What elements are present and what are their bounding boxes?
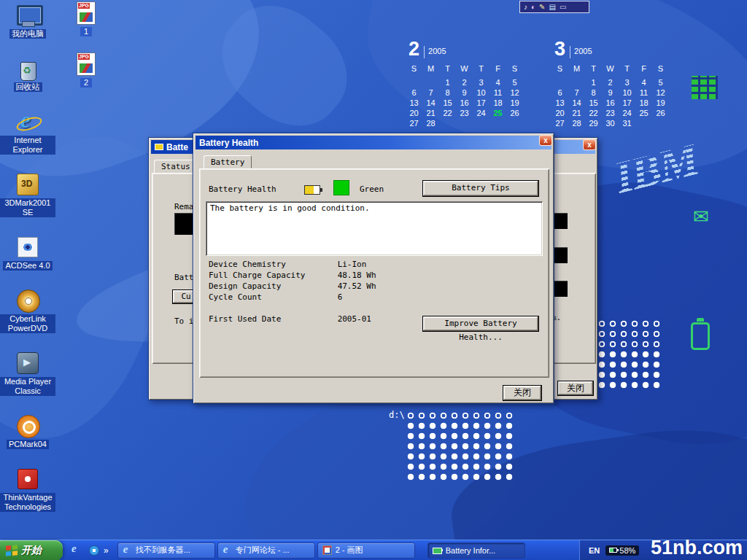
calendar-day	[551, 77, 568, 88]
taskbar-button-label: Battery Infor...	[446, 546, 495, 555]
desktop-icon[interactable]: PCMark04	[0, 413, 55, 449]
desktop-icon-label: Media Player Classic	[0, 377, 55, 396]
calendar-day: 27	[551, 118, 568, 128]
calendar-day: 19	[652, 98, 669, 108]
desktop-icon-label: CyberLink PowerDVD	[0, 314, 55, 333]
calendar-day: 1	[439, 77, 456, 88]
health-status-swatch	[333, 180, 349, 195]
desktop-icon-image	[15, 288, 40, 313]
calendar-day: 17	[619, 98, 635, 108]
desktop-icon[interactable]: Internet Explorer	[0, 109, 55, 155]
window-title: Batte	[166, 142, 188, 152]
windows-logo-icon	[6, 545, 18, 556]
grid-deco-icon	[692, 76, 718, 99]
desktop-file-icon[interactable]: JPG 1	[77, 1, 96, 36]
tab-battery[interactable]: Battery	[204, 155, 252, 168]
ibm-logo: IBM	[610, 136, 702, 201]
desktop-icon[interactable]: 我的电脑	[0, 3, 55, 39]
taskbar-button-label: 专门网论坛 - ...	[236, 545, 290, 556]
calendar-day: 24	[473, 108, 489, 118]
field-value: 47.52 Wh	[338, 281, 376, 291]
calendar-day: 2	[602, 77, 619, 88]
calendar-year: 2005	[424, 46, 446, 58]
taskbar-window-button[interactable]: 找不到服务器...	[117, 542, 215, 559]
calendar-day: 28	[422, 118, 439, 128]
calendar-day: 4	[635, 77, 652, 88]
toolbar-icon[interactable]	[549, 4, 555, 11]
calendar-march: 3 2005 SMTWTFS 1234567891011121314151617…	[551, 39, 671, 128]
calendar-day-header: F	[489, 63, 506, 74]
battery-tips-button[interactable]: Battery Tips	[422, 180, 539, 197]
desktop-icon-label: PCMark04	[7, 440, 49, 449]
desktop-icon-label: 回收站	[14, 82, 42, 92]
quick-launch-icon[interactable]	[88, 544, 101, 557]
calendar-day: 13	[551, 98, 568, 108]
desktop-icon[interactable]: ThinkVantage Technologies	[0, 467, 55, 512]
language-indicator[interactable]: EN	[589, 546, 600, 555]
desktop-icon-label: 我的电脑	[9, 29, 46, 39]
quick-launch-icon[interactable]	[70, 544, 83, 557]
calendar-day-header: S	[506, 63, 523, 74]
calendar-day-header: T	[619, 63, 635, 74]
desktop-file-icons: JPG 1 JPG 2	[70, 1, 102, 88]
desktop-icon[interactable]: ACDSee 4.0	[0, 235, 55, 271]
calendar-day-header: T	[439, 63, 456, 74]
battery-health-dialog: Battery Health x Battery Battery Health …	[193, 133, 554, 404]
calendar-day: 10	[473, 88, 489, 98]
field-row: Full Charge Capacity 48.18 Wh	[209, 270, 376, 281]
desktop: 2 2005 SMTWTFS 1234567891011121314151617…	[0, 0, 747, 560]
calendar-day: 23	[602, 108, 619, 118]
taskbar-window-button[interactable]: Battery Infor...	[427, 542, 525, 559]
toolbar-icon[interactable]	[531, 4, 535, 11]
calendar-day: 16	[602, 98, 619, 108]
battery-icon	[304, 185, 320, 195]
start-label: 开始	[21, 544, 42, 557]
toolbar-icon[interactable]	[560, 4, 566, 11]
close-button[interactable]: x	[539, 135, 552, 146]
quick-launch-bar	[70, 544, 101, 557]
desktop-icon[interactable]: 回收站	[0, 56, 55, 92]
calendar-day: 27	[406, 118, 422, 128]
calendar-day: 3	[473, 77, 489, 88]
battery-meter[interactable]: 58%	[605, 545, 639, 556]
taskbar-window-button[interactable]: 2 - 画图	[317, 542, 415, 559]
close-button[interactable]: x	[583, 139, 596, 150]
calendar-day: 9	[456, 88, 473, 98]
close-dialog-button[interactable]: 关闭	[503, 385, 542, 401]
tab-panel: Battery Health Green Battery Tips The ba…	[199, 168, 549, 378]
desktop-icon[interactable]: 3DMark2001 SE	[0, 172, 55, 217]
field-value: 6	[338, 292, 343, 302]
calendar-day: 22	[585, 108, 602, 118]
calendar-month-number: 3	[554, 39, 565, 58]
desktop-icon-image	[15, 109, 40, 134]
quick-launch-overflow-chevron[interactable]: »	[104, 545, 109, 556]
calendar-day: 26	[506, 108, 523, 118]
improve-battery-health-button[interactable]: Improve Battery Health...	[422, 316, 539, 332]
toolbar-icon[interactable]	[524, 4, 527, 11]
calendar-day: 12	[506, 88, 523, 98]
file-thumbnail	[80, 12, 93, 22]
top-toolbar	[519, 1, 589, 13]
desktop-icon[interactable]: Media Player Classic	[0, 351, 55, 396]
desktop-icon[interactable]: CyberLink PowerDVD	[0, 288, 55, 333]
calendar-day-header: S	[551, 63, 568, 74]
taskbar-window-button[interactable]: 专门网论坛 - ...	[217, 542, 315, 559]
calendar-day: 6	[551, 88, 568, 98]
calendar-grid: 1234567891011121314151617181920212223242…	[551, 77, 671, 128]
tab-status[interactable]: Status	[154, 160, 198, 173]
calendar-day: 8	[439, 88, 456, 98]
calendar-day: 14	[422, 98, 439, 108]
calendar-day: 21	[568, 108, 585, 118]
field-value: 48.18 Wh	[338, 271, 376, 280]
start-button[interactable]: 开始	[0, 540, 63, 560]
close-window-button[interactable]: 关闭	[557, 381, 594, 396]
dialog-titlebar[interactable]: Battery Health	[196, 136, 551, 149]
toolbar-icon[interactable]	[539, 4, 545, 11]
calendar-day: 7	[568, 88, 585, 98]
condition-textbox[interactable]: The battery is in good condition.	[206, 201, 543, 256]
calendar-day-header: M	[422, 63, 439, 74]
desktop-icon-image	[15, 351, 40, 376]
calendar-day: 7	[422, 88, 439, 98]
desktop-icon-image	[15, 413, 40, 438]
desktop-file-icon[interactable]: JPG 2	[77, 52, 96, 88]
